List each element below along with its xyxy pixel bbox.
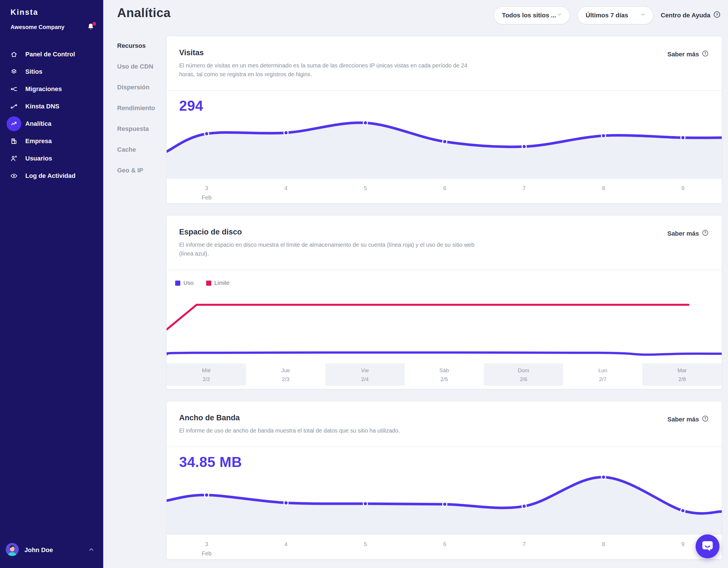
card-visitas: Visitas El número de visitas en un mes d… (167, 36, 722, 203)
legend-label: Limite (214, 280, 229, 286)
site-filter-dropdown[interactable]: Todos los sitios ... (493, 6, 570, 24)
user-name: John Doe (24, 546, 53, 554)
axis-tick-5: 5 (364, 185, 367, 191)
axis-tick-3: 3Feb (202, 541, 211, 557)
banda-x-axis: 3Feb456789 (167, 534, 722, 559)
axis-column-2/5: Sáb2/5 (405, 364, 484, 386)
sidebar-item-label: Panel de Control (25, 51, 75, 58)
card-disco-title: Espacio de disco (179, 228, 709, 236)
app-root: Kinsta Awesome Company Panel de Control (0, 0, 728, 568)
user-menu[interactable]: John Doe (6, 543, 95, 557)
visitas-data-point[interactable] (363, 121, 367, 125)
banda-learn-more-link[interactable]: Saber más ? (667, 415, 709, 424)
kinsta-logo: Kinsta (11, 8, 38, 17)
axis-tick-7: 7 (523, 185, 526, 191)
subnav-item-dispersion[interactable]: Dispersión (117, 84, 167, 91)
axis-tick-6: 6 (443, 541, 446, 548)
user-plus-icon (7, 151, 21, 166)
banda-data-point[interactable] (363, 502, 367, 506)
sidebar-item-kinsta-dns[interactable]: Kinsta DNS (0, 98, 103, 115)
sidebar-item-analitica[interactable]: Analítica (0, 115, 103, 132)
notifications-button[interactable] (87, 23, 95, 31)
help-center-label: Centro de Ayuda (661, 12, 710, 19)
sidebar-nav: Panel de Control Sitios Migraciones Kins… (0, 46, 103, 184)
bell-icon (87, 27, 95, 32)
visitas-data-point[interactable] (204, 131, 209, 136)
banda-data-point[interactable] (681, 509, 685, 513)
subnav-item-rendimiento[interactable]: Rendimiento (117, 104, 167, 112)
topbar-controls: Todos los sitios ... Últimos 7 días Cent… (493, 6, 722, 24)
axis-tick-8: 8 (602, 185, 605, 191)
card-visitas-head: Visitas El número de visitas en un mes d… (167, 36, 722, 90)
svg-text:?: ? (704, 51, 706, 55)
sidebar-item-label: Migraciones (25, 85, 62, 93)
visitas-data-point[interactable] (522, 144, 526, 149)
axis-column-2/7: Lun2/7 (563, 364, 642, 386)
disco-line-chart (167, 291, 722, 364)
legend-item-uso: Uso (175, 280, 194, 286)
company-name: Awesome Company (11, 24, 65, 30)
card-disco-description: El informe de espacio en disco muestra e… (179, 240, 475, 258)
chat-bubble-icon (701, 539, 714, 553)
sidebar-item-log-de-actividad[interactable]: Log de Actividad (0, 167, 103, 184)
visitas-learn-more-link[interactable]: Saber más ? (667, 50, 709, 59)
visitas-data-point[interactable] (681, 135, 685, 140)
axis-column-2/8: Mar2/8 (642, 364, 722, 386)
period-filter-dropdown[interactable]: Últimos 7 días (577, 6, 653, 24)
disco-learn-more-link[interactable]: Saber más ? (667, 229, 709, 238)
sidebar-item-sitios[interactable]: Sitios (0, 63, 103, 80)
subnav-item-geo-ip[interactable]: Geo & IP (117, 167, 167, 174)
analytics-subnav: Recursos Uso de CDN Dispersión Rendimien… (117, 24, 167, 562)
question-circle-icon: ? (702, 415, 709, 424)
banda-data-point[interactable] (284, 501, 288, 505)
dns-icon (7, 99, 21, 114)
card-ancho-de-banda: Ancho de Banda El informe de uso de anch… (167, 402, 722, 559)
sidebar-item-empresa[interactable]: Empresa (0, 132, 103, 150)
card-banda-description: El informe de uso de ancho de banda mues… (179, 426, 475, 435)
subnav-item-respuesta[interactable]: Respuesta (117, 125, 167, 133)
chevron-down-icon (556, 11, 562, 19)
visitas-data-point[interactable] (284, 131, 288, 135)
learn-more-label: Saber más (667, 230, 699, 237)
sidebar-item-label: Log de Actividad (25, 172, 75, 179)
sidebar-item-migraciones[interactable]: Migraciones (0, 80, 103, 98)
sidebar-item-panel-de-control[interactable]: Panel de Control (0, 46, 103, 63)
visitas-data-point[interactable] (601, 133, 606, 138)
question-circle-icon: ? (702, 229, 709, 238)
axis-tick-7: 7 (523, 541, 526, 548)
banda-data-point[interactable] (442, 502, 447, 506)
disco-chart-legend: Uso Limite (167, 270, 722, 289)
layers-icon (7, 64, 21, 79)
site-filter-value: Todos los sitios ... (502, 12, 556, 19)
sidebar-item-usuarios[interactable]: Usuarios (0, 150, 103, 167)
axis-column-2/3: Jue2/3 (246, 364, 325, 386)
card-disco-head: Espacio de disco El informe de espacio e… (167, 216, 722, 269)
visitas-area-fill (167, 123, 722, 178)
banda-data-point[interactable] (601, 475, 606, 479)
body-row: Recursos Uso de CDN Dispersión Rendimien… (103, 24, 728, 562)
eye-icon (7, 168, 21, 183)
company-icon (7, 134, 21, 148)
banda-line-chart (167, 474, 722, 534)
legend-item-limite: Limite (206, 280, 229, 286)
card-padding (167, 386, 722, 389)
axis-tick-9: 9 (681, 541, 684, 548)
help-center-link[interactable]: Centro de Ayuda ? (661, 11, 721, 20)
chat-launcher-button[interactable] (696, 534, 719, 558)
banda-data-point[interactable] (522, 504, 526, 508)
axis-tick-9: 9 (681, 185, 684, 191)
sidebar-item-label: Kinsta DNS (25, 103, 59, 110)
banda-data-point[interactable] (204, 493, 209, 497)
svg-text:?: ? (704, 231, 706, 235)
migration-icon (7, 82, 21, 96)
visitas-data-point[interactable] (442, 139, 447, 144)
axis-column-2/2: Mié2/2 (167, 364, 246, 386)
subnav-item-uso-de-cdn[interactable]: Uso de CDN (117, 63, 167, 70)
svg-text:?: ? (704, 417, 706, 421)
main-content: Analítica Todos los sitios ... Últimos 7… (103, 0, 728, 568)
subnav-item-recursos[interactable]: Recursos (117, 42, 167, 49)
period-filter-value: Últimos 7 días (586, 12, 628, 19)
chevron-up-icon (88, 546, 95, 554)
axis-tick-5: 5 (364, 541, 367, 548)
subnav-item-cache[interactable]: Cache (117, 146, 167, 153)
